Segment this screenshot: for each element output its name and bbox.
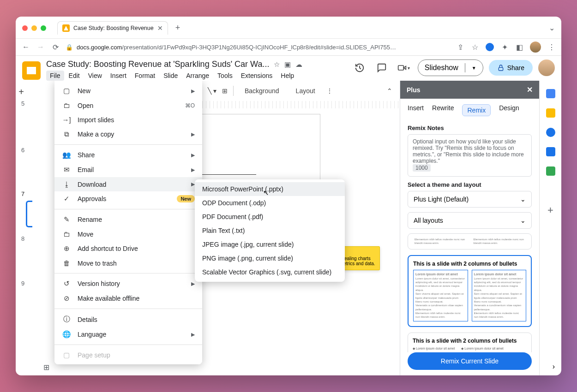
share-button[interactable]: Share: [489, 60, 533, 76]
collapse-toolbar-icon[interactable]: ⌃: [387, 87, 392, 95]
tab-insert[interactable]: Insert: [408, 104, 424, 116]
maximize-window[interactable]: [41, 25, 46, 31]
comment-icon[interactable]: [373, 59, 390, 76]
file-details[interactable]: ⓘDetails: [54, 312, 202, 327]
slide-number[interactable]: 6: [21, 147, 38, 154]
file-version-history[interactable]: ↺Version history▶: [54, 276, 202, 291]
tab-remix[interactable]: Remix: [462, 104, 491, 116]
slide-number[interactable]: 8: [21, 235, 38, 242]
calendar-icon[interactable]: [546, 89, 555, 98]
close-tab-icon[interactable]: ✕: [157, 24, 163, 32]
grid-view-icon[interactable]: ⊞: [43, 363, 49, 372]
bookmark-star-icon[interactable]: ☆: [471, 43, 479, 51]
new-tab-button[interactable]: +: [175, 23, 180, 33]
profile-avatar[interactable]: [530, 42, 541, 53]
maps-icon[interactable]: [546, 166, 555, 176]
tabs-chevron-icon[interactable]: ⌄: [549, 24, 555, 32]
menu-view[interactable]: View: [84, 71, 106, 81]
file-approvals[interactable]: ✓ApprovalsNew: [54, 191, 202, 206]
menu-edit[interactable]: Edit: [65, 71, 84, 81]
file-open[interactable]: 🗀Open⌘O: [54, 98, 202, 113]
slides-app: Case Study: Boosting Revenue at 'Sparkli…: [16, 56, 561, 375]
layout-select[interactable]: All layouts⌄: [408, 212, 532, 229]
file-import-slides[interactable]: →]Import slides: [54, 113, 202, 127]
tab-title: Case Study: Boosting Revenue: [73, 25, 154, 31]
slide-number[interactable]: 9: [21, 280, 38, 287]
menu-help[interactable]: Help: [277, 71, 298, 81]
keep-icon[interactable]: [546, 108, 555, 118]
file-language[interactable]: 🌐Language▶: [54, 327, 202, 342]
menu-insert[interactable]: Insert: [107, 71, 130, 81]
contacts-icon[interactable]: [546, 147, 555, 156]
theme-select[interactable]: Plus Light (Default)⌄: [408, 191, 532, 208]
insert-icon[interactable]: ⊞: [222, 87, 228, 95]
reload-button[interactable]: ⟳: [51, 43, 60, 52]
address-bar: ← → ⟳ 🔒 docs.google.com/presentation/d/1…: [16, 39, 561, 56]
slide-number[interactable]: 5: [21, 100, 38, 107]
layout-preview-selected[interactable]: This is a slide with 2 columns of bullet…: [408, 255, 532, 327]
collapse-rail-icon[interactable]: ›: [553, 362, 555, 371]
download-svg[interactable]: Scalable Vector Graphics (.svg, current …: [195, 265, 345, 279]
file-page-setup[interactable]: ▢Page setup: [54, 348, 202, 362]
line-tool-icon[interactable]: ╲ ▾: [208, 87, 216, 95]
download-png[interactable]: PNG image (.png, current slide): [195, 251, 345, 265]
star-doc-icon[interactable]: ☆: [274, 60, 280, 69]
file-add-shortcut[interactable]: ⊕Add shortcut to Drive: [54, 241, 202, 256]
download-pdf[interactable]: PDF Document (.pdf): [195, 210, 345, 224]
menu-slide[interactable]: Slide: [160, 71, 181, 81]
layout-button[interactable]: Layout: [290, 84, 321, 97]
slideshow-chevron[interactable]: ▼: [465, 62, 483, 74]
chevron-down-icon: ⌄: [520, 196, 526, 203]
menu-arrange[interactable]: Arrange: [182, 71, 213, 81]
file-share[interactable]: 👥Share▶: [54, 148, 202, 162]
menu-tools[interactable]: Tools: [214, 71, 236, 81]
download-txt[interactable]: Plain Text (.txt): [195, 224, 345, 238]
remix-slide-button[interactable]: Remix Current Slide: [408, 352, 532, 370]
history-icon[interactable]: [351, 59, 368, 76]
file-offline[interactable]: ⊘Make available offline: [54, 291, 202, 306]
account-avatar[interactable]: [538, 59, 555, 76]
slideshow-button[interactable]: Slideshow: [418, 60, 465, 76]
add-slide-button[interactable]: +: [16, 85, 28, 98]
slide-number-active[interactable]: 7: [21, 190, 38, 197]
sidepanel-icon[interactable]: ◧: [515, 43, 523, 51]
file-download[interactable]: ⭳Download▶: [54, 177, 202, 191]
kebab-menu-icon[interactable]: ⋮: [547, 43, 556, 51]
remix-notes-input[interactable]: Optional input on how you'd like your sl…: [408, 134, 532, 177]
tab-rewrite[interactable]: Rewrite: [432, 104, 454, 116]
background-button[interactable]: Background: [239, 84, 285, 97]
url-field[interactable]: 🔒 docs.google.com/presentation/d/1FwPd9x…: [66, 44, 451, 51]
extensions-icon[interactable]: ✦: [500, 43, 509, 51]
forward-button: →: [36, 43, 45, 51]
document-title[interactable]: Case Study: Boosting Revenue at 'Sparkli…: [46, 59, 269, 69]
layout-preview[interactable]: Elementum nibh tellus molestie nunc non …: [408, 233, 532, 249]
browser-tab[interactable]: Case Study: Boosting Revenue ✕: [57, 21, 168, 35]
extension-dot-icon[interactable]: [486, 43, 494, 51]
file-new[interactable]: ▢New▶: [54, 83, 202, 98]
download-odp[interactable]: ODP Document (.odp): [195, 196, 345, 210]
file-make-copy[interactable]: ⧉Make a copy▶: [54, 127, 202, 142]
meet-icon[interactable]: ▾: [396, 59, 412, 76]
menu-bar: File Edit View Insert Format Slide Arran…: [46, 71, 346, 81]
menu-file[interactable]: File: [46, 71, 64, 81]
upload-icon[interactable]: ⇪: [456, 43, 464, 51]
menu-format[interactable]: Format: [131, 71, 159, 81]
back-button[interactable]: ←: [21, 43, 30, 51]
add-addon-icon[interactable]: +: [547, 204, 553, 216]
slides-logo-icon[interactable]: [22, 61, 41, 80]
file-move[interactable]: 🗀Move: [54, 227, 202, 241]
download-jpeg[interactable]: JPEG image (.jpg, current slide): [195, 238, 345, 251]
move-doc-icon[interactable]: ▣: [284, 60, 291, 69]
tasks-icon[interactable]: [546, 128, 555, 137]
menu-extensions[interactable]: Extensions: [237, 71, 276, 81]
file-email[interactable]: ✉Email▶: [54, 162, 202, 177]
minimize-window[interactable]: [31, 25, 37, 31]
download-pptx[interactable]: Microsoft PowerPoint (.pptx): [195, 182, 345, 196]
panel-close-icon[interactable]: ✕: [527, 85, 533, 94]
tab-design[interactable]: Design: [499, 104, 519, 116]
file-rename[interactable]: ✎Rename: [54, 212, 202, 227]
file-trash[interactable]: 🗑Move to trash: [54, 256, 202, 270]
layout-preview[interactable]: This is a slide with 2 columns of bullet…: [408, 333, 532, 352]
more-toolbar-icon[interactable]: ⋮: [326, 87, 333, 95]
close-window[interactable]: [22, 25, 28, 31]
